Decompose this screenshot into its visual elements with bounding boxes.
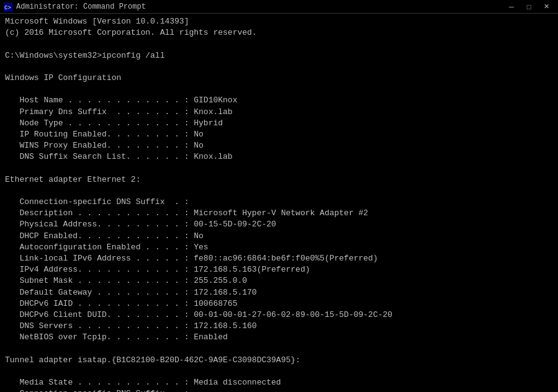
console-line: Host Name . . . . . . . . . . . . : GID1…	[5, 95, 553, 106]
console-line: Node Type . . . . . . . . . . . . : Hybr…	[5, 118, 553, 129]
console-line: Link-local IPv6 Address . . . . . : fe80…	[5, 253, 553, 264]
console-line: DHCPv6 IAID . . . . . . . . . . . : 1006…	[5, 298, 553, 310]
console-line: Tunnel adapter isatap.{B1C82100-B20D-462…	[5, 355, 553, 366]
title-bar: C> Administrator: Command Prompt ─ □ ✕	[0, 0, 558, 14]
console-line: DNS Servers . . . . . . . . . . . : 172.…	[5, 321, 553, 332]
console-line: DHCP Enabled. . . . . . . . . . . : No	[5, 231, 553, 242]
svg-text:C>: C>	[4, 5, 11, 11]
console-line: Description . . . . . . . . . . . : Micr…	[5, 208, 553, 219]
console-line: DHCPv6 Client DUID. . . . . . . . : 00-0…	[5, 310, 553, 321]
title-bar-controls: ─ □ ✕	[503, 1, 554, 12]
console-line: NetBIOS over Tcpip. . . . . . . . : Enab…	[5, 332, 553, 343]
console-line: IPv4 Address. . . . . . . . . . . : 172.…	[5, 264, 553, 275]
console-line	[5, 163, 553, 174]
console-line: Connection-specific DNS Suffix . :	[5, 197, 553, 208]
console-line: IP Routing Enabled. . . . . . . . : No	[5, 129, 553, 140]
maximize-button[interactable]: □	[521, 1, 537, 12]
console-line: DNS Suffix Search List. . . . . . : Knox…	[5, 151, 553, 163]
console-line: Physical Address. . . . . . . . . : 00-1…	[5, 219, 553, 230]
console-line	[5, 366, 553, 377]
console-line: Default Gateway . . . . . . . . . : 172.…	[5, 287, 553, 298]
console-line: Subnet Mask . . . . . . . . . . . : 255.…	[5, 275, 553, 287]
close-button[interactable]: ✕	[538, 1, 554, 12]
console-line: Connection-specific DNS Suffix . :	[5, 388, 553, 392]
console-line: Autoconfiguration Enabled . . . . : Yes	[5, 242, 553, 253]
title-bar-title: Administrator: Command Prompt	[16, 2, 146, 11]
console-line: Microsoft Windows [Version 10.0.14393]	[5, 16, 553, 27]
console-line: (c) 2016 Microsoft Corporation. All righ…	[5, 27, 553, 38]
console-line	[5, 61, 553, 73]
console-line: Windows IP Configuration	[5, 73, 553, 84]
cmd-icon: C>	[4, 2, 12, 11]
console-line: Ethernet adapter Ethernet 2:	[5, 174, 553, 185]
console-line	[5, 185, 553, 197]
console-line	[5, 343, 553, 354]
title-bar-left: C> Administrator: Command Prompt	[4, 2, 146, 11]
console-line	[5, 84, 553, 95]
console-output: Microsoft Windows [Version 10.0.14393](c…	[0, 14, 558, 392]
console-line: WINS Proxy Enabled. . . . . . . . : No	[5, 140, 553, 151]
console-line: C:\Windows\system32>ipconfig /all	[5, 50, 553, 61]
console-line	[5, 38, 553, 50]
minimize-button[interactable]: ─	[503, 1, 520, 12]
console-line: Media State . . . . . . . . . . . : Medi…	[5, 377, 553, 388]
console-line: Primary Dns Suffix . . . . . . . : Knox.…	[5, 107, 553, 118]
